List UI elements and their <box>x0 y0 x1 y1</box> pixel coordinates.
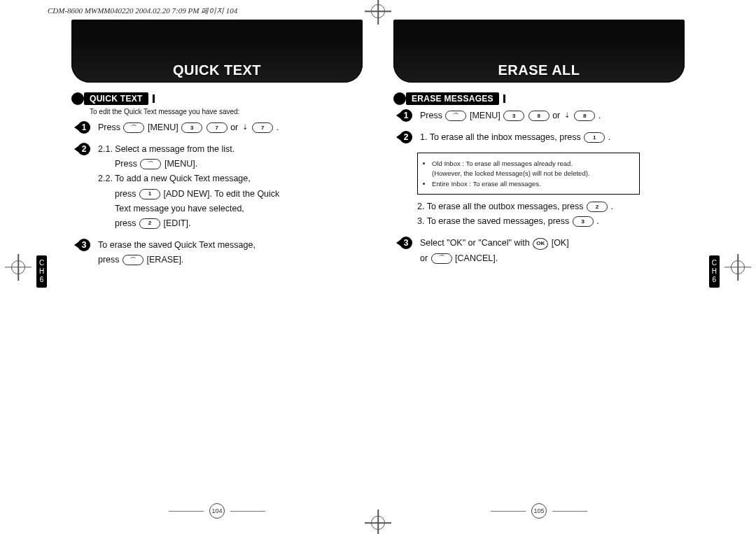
text: 3. To erase the saved messages, press <box>417 216 569 226</box>
key-2-icon: 2 <box>139 218 160 229</box>
key-1-icon: 1 <box>139 189 160 199</box>
text: Press <box>115 159 137 169</box>
text: press <box>115 189 136 199</box>
intro-text: To edit the Quick Text message you have … <box>90 108 363 115</box>
text: [MENU] <box>470 111 500 120</box>
softkey-icon: ⌒ <box>140 159 161 169</box>
page-number: 105 <box>491 503 587 519</box>
text: . <box>610 202 612 211</box>
bullet-icon <box>71 92 84 105</box>
text: press <box>98 255 120 265</box>
text: press <box>115 218 136 228</box>
key-3-icon: 3 <box>573 216 594 227</box>
step-2: 2 1. To erase all the inbox messages, pr… <box>399 131 637 146</box>
text: . <box>608 132 610 142</box>
text: [EDIT]. <box>164 218 191 228</box>
imprint-line: CDM-8600 MWMM040220 2004.02.20 7:09 PM 페… <box>48 6 237 16</box>
note-line: Old Inbox : To erase all messages alread… <box>432 159 634 178</box>
reg-top <box>371 4 385 18</box>
endcap-icon <box>503 94 505 103</box>
softkey-icon: ⌒ <box>122 255 144 265</box>
step-3: 3 Select "OK" or "Cancel" with OK [OK] o… <box>399 237 637 266</box>
text: 2. To erase all the outbox messages, pre… <box>417 202 583 211</box>
down-arrow-icon: ⇣ <box>242 122 248 133</box>
reg-left <box>11 260 25 274</box>
key-3-icon: 3 <box>503 111 524 121</box>
text: or <box>552 111 560 120</box>
section-heading: QUICK TEXT <box>71 92 363 105</box>
page-banner: QUICK TEXT <box>71 20 363 83</box>
banner-title: QUICK TEXT <box>173 62 261 78</box>
key-2-icon: 2 <box>587 202 608 212</box>
step-1: 1 Press ⌒ [MENU] 3 7 or ⇣ 7 . <box>77 121 315 136</box>
section-label: ERASE MESSAGES <box>406 92 499 105</box>
text: Select "OK" or "Cancel" with <box>420 238 530 248</box>
key-1-icon: 1 <box>584 132 605 143</box>
page-number: 104 <box>169 503 265 519</box>
step-1: 1 Press ⌒ [MENU] 3 8 or ⇣ 8 . <box>399 109 637 124</box>
text: [CANCEL]. <box>455 253 498 263</box>
key-3-icon: 3 <box>181 122 202 133</box>
text: [ERASE]. <box>147 255 184 265</box>
text: To erase the saved Quick Text message, <box>98 240 255 250</box>
chapter-tab: CH6 <box>36 255 47 288</box>
banner-title: ERASE ALL <box>498 62 580 78</box>
step-2-cont: 2. To erase all the outbox messages, pre… <box>417 200 637 230</box>
key-8-icon: 8 <box>528 111 550 121</box>
text: 1. To erase all the inbox messages, pres… <box>420 132 581 142</box>
bullet-icon <box>393 92 406 105</box>
text: 2.2. To add a new Quick Text message, <box>98 174 251 183</box>
text: . <box>596 216 598 226</box>
page-right: CH6 ERASE ALL ERASE MESSAGES 1 Press ⌒ [… <box>378 20 700 523</box>
text: or <box>230 122 238 132</box>
note-box: Old Inbox : To erase all messages alread… <box>417 153 640 195</box>
step-3: 3 To erase the saved Quick Text message,… <box>77 239 315 268</box>
key-7-icon: 7 <box>206 122 227 133</box>
softkey-icon: ⌒ <box>431 253 452 264</box>
reg-right <box>731 260 745 274</box>
text: Press <box>98 122 120 132</box>
key-7-icon: 7 <box>252 122 273 133</box>
chapter-tab: CH6 <box>709 255 720 288</box>
softkey-icon: ⌒ <box>445 111 466 121</box>
softkey-icon: ⌒ <box>123 122 144 133</box>
text: or <box>420 253 428 263</box>
page-banner: ERASE ALL <box>393 20 685 83</box>
key-8-icon: 8 <box>574 111 595 121</box>
note-line: Entire Inbox : To erase all messages. <box>432 179 634 188</box>
step-2: 2 2.1. Select a message from the list. P… <box>77 143 315 232</box>
section-label: QUICK TEXT <box>84 92 148 105</box>
text: 2.1. Select a message from the list. <box>98 144 234 154</box>
text: [MENU]. <box>164 159 197 169</box>
down-arrow-icon: ⇣ <box>564 111 570 121</box>
page-left: CH6 QUICK TEXT QUICK TEXT To edit the Qu… <box>56 20 378 523</box>
ok-key-icon: OK <box>533 238 548 250</box>
text: [ADD NEW]. To edit the Quick <box>164 189 280 199</box>
text: . <box>276 122 279 132</box>
text: Press <box>420 111 442 120</box>
text: . <box>598 111 601 120</box>
text: [MENU] <box>148 122 178 132</box>
text: Text message you have selected, <box>115 204 244 213</box>
text: [OK] <box>552 238 569 248</box>
endcap-icon <box>153 94 155 103</box>
section-heading: ERASE MESSAGES <box>393 92 685 105</box>
